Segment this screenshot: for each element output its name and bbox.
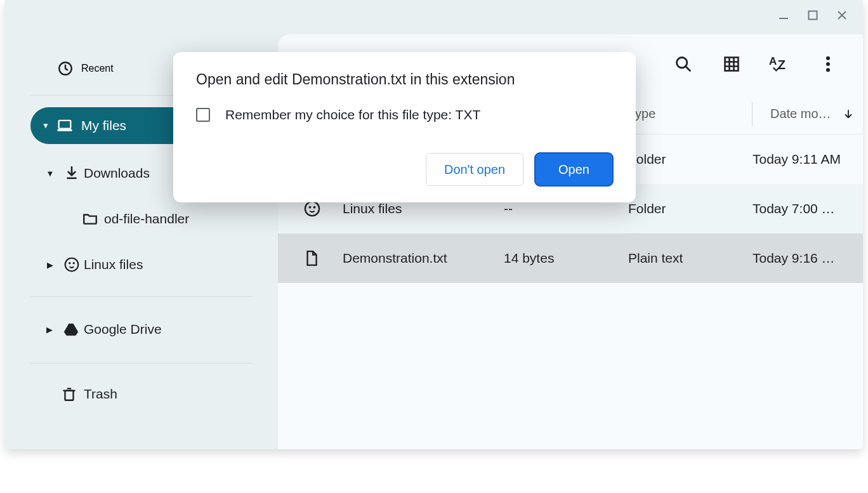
sidebar-item-google-drive[interactable]: ▶ Google Drive <box>41 305 278 354</box>
svg-rect-4 <box>57 129 72 131</box>
sidebar-label-trash: Trash <box>84 386 117 402</box>
chevron-right-icon: ▶ <box>41 325 58 334</box>
sidebar-label-google-drive: Google Drive <box>84 322 162 337</box>
file-row-selected[interactable]: Demonstration.txt 14 bytes Plain text To… <box>278 233 863 283</box>
sidebar-item-linux-files[interactable]: ▶ Linux files <box>41 242 278 287</box>
sidebar-item-od-file-handler[interactable]: od-file-handler <box>76 196 278 242</box>
remember-choice-label: Remember my choice for this file type: T… <box>225 107 480 122</box>
close-button[interactable] <box>827 3 857 28</box>
file-date: Today 7:00 … <box>753 201 863 216</box>
trash-icon <box>55 386 84 402</box>
remember-choice-checkbox[interactable] <box>196 108 210 122</box>
svg-point-17 <box>305 202 319 216</box>
svg-point-7 <box>69 262 70 264</box>
svg-rect-11 <box>725 58 739 71</box>
svg-point-6 <box>65 258 79 272</box>
file-type: Folder <box>628 201 753 216</box>
linux-icon <box>303 200 343 218</box>
search-button[interactable] <box>673 53 694 75</box>
svg-point-16 <box>826 68 830 72</box>
sidebar-label-linux-files: Linux files <box>84 257 143 272</box>
file-name: Linux files <box>343 201 504 216</box>
open-button[interactable]: Open <box>535 153 613 186</box>
grid-view-button[interactable] <box>721 53 742 75</box>
chevron-down-icon: ▼ <box>41 169 60 178</box>
svg-point-8 <box>73 262 75 264</box>
sidebar-label-recent: Recent <box>81 63 114 74</box>
maximize-button[interactable] <box>798 3 827 28</box>
svg-text:A: A <box>769 55 777 67</box>
svg-rect-5 <box>67 178 76 180</box>
sidebar-label-od-file-handler: od-file-handler <box>104 211 189 227</box>
window-titlebar <box>5 0 863 30</box>
svg-rect-3 <box>59 121 71 129</box>
file-type: Plain text <box>628 251 753 266</box>
download-icon <box>60 165 84 181</box>
sort-button[interactable]: AZ <box>769 53 791 75</box>
more-options-button[interactable] <box>817 53 839 75</box>
svg-point-18 <box>309 206 312 209</box>
dialog-title: Open and edit Demonstration.txt in this … <box>196 71 613 88</box>
google-drive-icon <box>58 321 84 338</box>
sort-descending-icon <box>843 108 854 120</box>
column-type[interactable]: Type <box>628 102 753 126</box>
dialog-actions: Don't open Open <box>196 153 613 186</box>
svg-rect-1 <box>809 11 817 20</box>
svg-point-15 <box>826 62 830 66</box>
column-date-modified[interactable]: Date mo… <box>753 107 863 121</box>
file-name: Demonstration.txt <box>343 251 504 266</box>
sidebar-label-downloads: Downloads <box>84 166 150 181</box>
linux-icon <box>60 256 84 273</box>
remember-choice-row[interactable]: Remember my choice for this file type: T… <box>196 107 613 122</box>
minimize-button[interactable] <box>769 3 798 28</box>
sidebar-item-trash[interactable]: Trash <box>55 371 278 417</box>
svg-rect-0 <box>779 18 788 19</box>
sidebar-label-my-files: My files <box>81 118 126 133</box>
chevron-right-icon: ▶ <box>41 260 60 270</box>
file-size: -- <box>504 201 628 216</box>
file-date: Today 9:11 AM <box>753 152 863 167</box>
svg-rect-9 <box>65 391 74 400</box>
folder-icon <box>76 211 104 227</box>
file-date: Today 9:16 … <box>753 251 863 266</box>
svg-point-14 <box>826 56 830 60</box>
open-file-dialog: Open and edit Demonstration.txt in this … <box>173 52 636 202</box>
svg-point-19 <box>313 206 316 209</box>
chevron-down-icon: ▼ <box>42 121 49 130</box>
file-icon <box>303 250 343 266</box>
clock-icon <box>57 60 74 77</box>
file-type: Folder <box>628 152 753 167</box>
laptop-icon <box>56 117 74 135</box>
svg-text:Z: Z <box>778 58 786 72</box>
dont-open-button[interactable]: Don't open <box>426 153 523 186</box>
file-size: 14 bytes <box>504 251 628 266</box>
